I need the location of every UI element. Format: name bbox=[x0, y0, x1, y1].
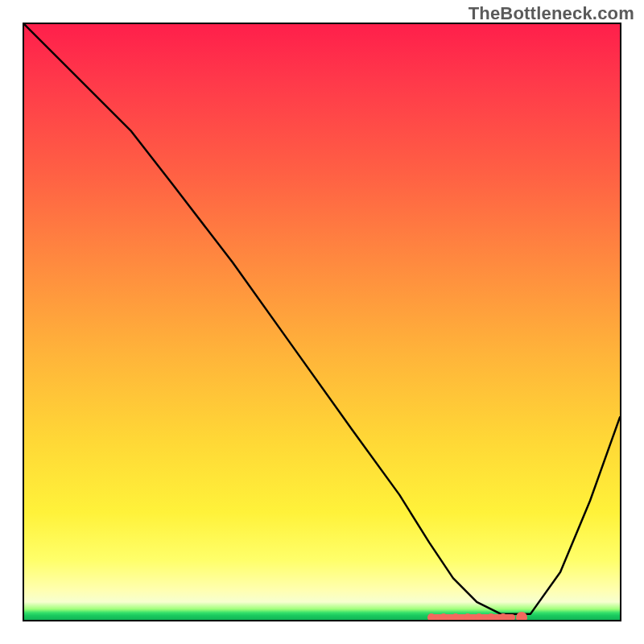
highlight-dot bbox=[499, 613, 507, 621]
highlight-dot bbox=[464, 613, 472, 621]
highlight-dot bbox=[440, 613, 448, 621]
highlight-dots bbox=[24, 24, 620, 620]
highlight-dot bbox=[475, 613, 483, 621]
highlight-dot bbox=[516, 612, 527, 621]
watermark-text: TheBottleneck.com bbox=[469, 3, 634, 24]
plot-area bbox=[23, 23, 621, 621]
highlight-dot bbox=[452, 613, 460, 621]
highlight-dot bbox=[487, 613, 495, 621]
highlight-dot bbox=[427, 613, 436, 621]
chart-stage: TheBottleneck.com bbox=[0, 0, 644, 644]
